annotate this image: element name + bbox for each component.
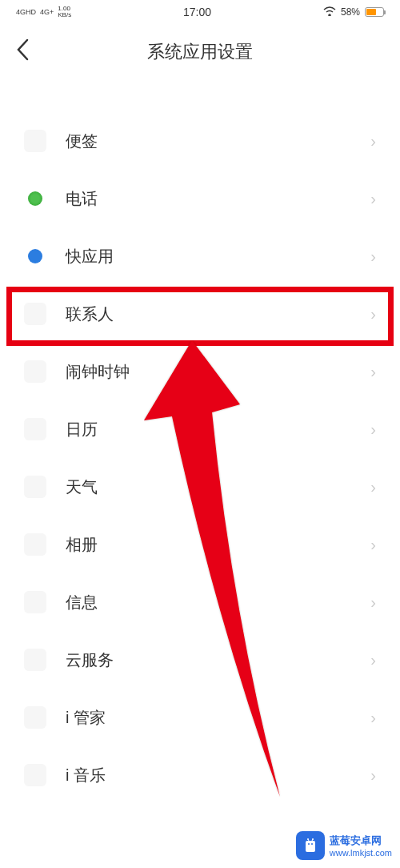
watermark-title: 蓝莓安卓网 — [330, 834, 392, 848]
watermark-text: 蓝莓安卓网 www.lmkjst.com — [330, 834, 392, 858]
item-label: 便签 — [66, 131, 370, 152]
item-label: 电话 — [66, 188, 370, 210]
item-imusic[interactable]: i 音乐 › — [0, 746, 400, 804]
notes-icon — [24, 130, 46, 152]
chevron-right-icon: › — [370, 190, 376, 208]
item-label: i 音乐 — [66, 765, 370, 786]
item-label: 快应用 — [66, 246, 370, 267]
item-label: 日历 — [66, 419, 370, 440]
svg-point-6 — [311, 843, 313, 845]
chevron-right-icon: › — [370, 247, 376, 266]
chevron-right-icon: › — [370, 593, 376, 612]
item-label: 云服务 — [66, 649, 370, 671]
item-clock[interactable]: 闹钟时钟 › — [0, 343, 400, 400]
item-label: i 管家 — [66, 707, 370, 729]
chevron-right-icon: › — [370, 305, 376, 323]
item-label: 天气 — [66, 476, 370, 498]
item-label: 联系人 — [66, 303, 370, 325]
imusic-icon — [24, 764, 46, 786]
item-cloud[interactable]: 云服务 › — [0, 631, 400, 689]
svg-rect-0 — [306, 841, 315, 852]
chevron-right-icon: › — [370, 363, 376, 381]
gallery-icon — [24, 533, 46, 556]
item-label: 信息 — [66, 592, 370, 613]
chevron-right-icon: › — [370, 478, 376, 496]
item-contacts[interactable]: 联系人 › — [0, 285, 400, 343]
weather-icon — [24, 476, 46, 498]
chevron-right-icon: › — [370, 536, 376, 554]
battery-icon — [365, 7, 384, 17]
phone-icon — [28, 191, 42, 206]
status-left: 4GHD 4G+ 1.00 KB/s — [16, 6, 71, 18]
item-weather[interactable]: 天气 › — [0, 458, 400, 516]
chevron-right-icon: › — [370, 132, 376, 151]
messages-icon — [24, 591, 46, 613]
item-imanager[interactable]: i 管家 › — [0, 689, 400, 746]
wifi-icon — [323, 6, 336, 18]
signal-2: 4G+ — [40, 8, 54, 16]
chevron-right-icon: › — [370, 651, 376, 669]
status-time: 17:00 — [183, 6, 211, 18]
svg-point-5 — [308, 843, 310, 845]
clock-icon — [24, 360, 46, 383]
chevron-right-icon: › — [370, 766, 376, 785]
cloud-icon — [24, 649, 46, 671]
net-speed: 1.00 KB/s — [58, 6, 71, 18]
chevron-right-icon: › — [370, 420, 376, 439]
watermark-url: www.lmkjst.com — [330, 848, 392, 858]
status-bar: 4GHD 4G+ 1.00 KB/s 17:00 58% — [0, 0, 400, 24]
item-phone[interactable]: 电话 › — [0, 170, 400, 227]
header: 系统应用设置 — [0, 24, 400, 80]
page-title: 系统应用设置 — [16, 40, 384, 64]
signal-1: 4GHD — [16, 8, 36, 16]
item-notes[interactable]: 便签 › — [0, 112, 400, 170]
chevron-right-icon: › — [370, 709, 376, 727]
contacts-icon — [24, 303, 46, 325]
item-label: 相册 — [66, 534, 370, 556]
item-gallery[interactable]: 相册 › — [0, 516, 400, 573]
back-button[interactable] — [16, 38, 29, 66]
item-label: 闹钟时钟 — [66, 361, 370, 383]
item-messages[interactable]: 信息 › — [0, 573, 400, 631]
battery-percent: 58% — [341, 6, 360, 18]
item-calendar[interactable]: 日历 › — [0, 400, 400, 458]
watermark-logo-icon — [296, 831, 325, 860]
watermark: 蓝莓安卓网 www.lmkjst.com — [296, 831, 392, 860]
settings-list: 便签 › 电话 › 快应用 › 联系人 › 闹钟时钟 › 日历 › 天气 › 相… — [0, 112, 400, 804]
item-quickapp[interactable]: 快应用 › — [0, 227, 400, 285]
quickapp-icon — [28, 249, 42, 263]
calendar-icon — [24, 418, 46, 440]
imanager-icon — [24, 706, 46, 729]
status-right: 58% — [323, 6, 384, 18]
